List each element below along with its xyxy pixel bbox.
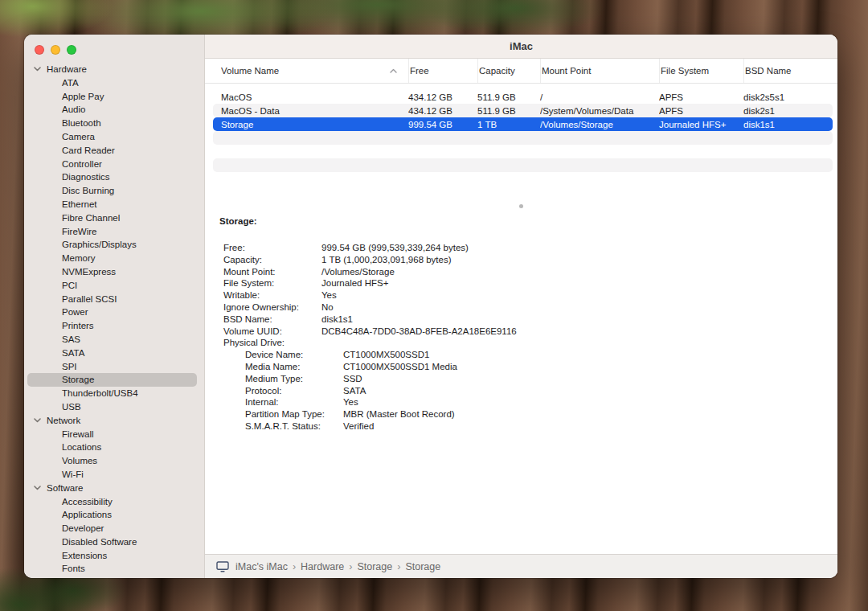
- detail-label: Capacity:: [223, 254, 321, 266]
- column-header-file-system[interactable]: File System: [659, 59, 743, 83]
- sidebar-item-firewire[interactable]: FireWire: [24, 225, 204, 239]
- detail-label: Free:: [223, 242, 321, 254]
- detail-field-internal: Internal:Yes: [223, 396, 821, 408]
- table-row-macos[interactable]: MacOS434.12 GB511.9 GB/APFSdisk2s5s1: [213, 90, 833, 104]
- table-row-storage[interactable]: Storage999.54 GB1 TB/Volumes/StorageJour…: [213, 117, 833, 131]
- sidebar-item-power[interactable]: Power: [24, 306, 204, 319]
- sidebar: HardwareATAApple PayAudioBluetoothCamera…: [24, 35, 205, 578]
- breadcrumb: iMac's iMac›Hardware›Storage›Storage: [235, 561, 440, 572]
- zoom-button[interactable]: [67, 45, 76, 55]
- volumes-table-body: MacOS434.12 GB511.9 GB/APFSdisk2s5s1MacO…: [205, 84, 837, 201]
- sidebar-item-frameworks[interactable]: Frameworks: [24, 576, 204, 578]
- column-header-label: File System: [661, 66, 709, 76]
- table-row-macos-data[interactable]: MacOS - Data434.12 GB511.9 GB/System/Vol…: [213, 104, 833, 117]
- detail-label: Ignore Ownership:: [223, 301, 321, 314]
- cell-volume-name: MacOS: [221, 92, 408, 102]
- cell-volume-name: Storage: [221, 120, 408, 129]
- detail-value: No: [321, 302, 334, 312]
- detail-label: File System:: [223, 277, 321, 289]
- minimize-button[interactable]: [51, 45, 60, 55]
- detail-field-free: Free:999.54 GB (999,539,339,264 bytes): [223, 242, 821, 254]
- sidebar-item-locations[interactable]: Locations: [24, 441, 204, 454]
- detail-value: 999.54 GB (999,539,339,264 bytes): [321, 243, 469, 252]
- table-row-empty: [213, 131, 833, 145]
- sidebar-section-software[interactable]: Software: [24, 482, 204, 495]
- sidebar-item-disabled-software[interactable]: Disabled Software: [24, 535, 204, 549]
- sidebar-item-camera[interactable]: Camera: [24, 130, 204, 144]
- detail-value: MBR (Master Boot Record): [343, 409, 455, 419]
- sidebar-section-network[interactable]: Network: [24, 414, 204, 428]
- sidebar-item-sas[interactable]: SAS: [24, 333, 204, 347]
- sidebar-item-pci[interactable]: PCI: [24, 279, 204, 293]
- sidebar-item-volumes[interactable]: Volumes: [24, 454, 204, 468]
- detail-field-physical-drive: Physical Drive:: [223, 337, 821, 349]
- system-information-window: HardwareATAApple PayAudioBluetoothCamera…: [24, 35, 837, 578]
- breadcrumb-separator: ›: [293, 561, 296, 572]
- window-controls: [24, 35, 204, 58]
- detail-value: disk1s1: [321, 314, 353, 324]
- cell-bsd-name: disk2s1: [743, 106, 833, 116]
- breadcrumb-separator: ›: [349, 561, 352, 572]
- breadcrumb-item-hardware-1[interactable]: Hardware: [301, 561, 344, 572]
- breadcrumb-item-storage-2[interactable]: Storage: [357, 561, 392, 572]
- chevron-down-icon: [34, 416, 42, 424]
- sidebar-item-extensions[interactable]: Extensions: [24, 549, 204, 563]
- sidebar-item-fibre-channel[interactable]: Fibre Channel: [24, 211, 204, 225]
- sidebar-item-printers[interactable]: Printers: [24, 319, 204, 333]
- detail-value: 1 TB (1,000,203,091,968 bytes): [321, 255, 452, 264]
- sidebar-item-parallel-scsi[interactable]: Parallel SCSI: [24, 293, 204, 306]
- splitter-handle[interactable]: [205, 201, 837, 211]
- column-header-mount-point[interactable]: Mount Point: [540, 59, 659, 83]
- column-header-label: Free: [410, 66, 429, 76]
- sort-ascending-icon: [390, 68, 397, 73]
- sidebar-item-memory[interactable]: Memory: [24, 252, 204, 265]
- detail-value: Yes: [343, 397, 358, 407]
- sidebar-item-ata[interactable]: ATA: [24, 76, 204, 90]
- detail-label: Device Name:: [245, 349, 343, 361]
- sidebar-item-diagnostics[interactable]: Diagnostics: [24, 170, 204, 184]
- column-header-volume-name[interactable]: Volume Name: [221, 59, 408, 83]
- volumes-table-header: Volume NameFreeCapacityMount PointFile S…: [205, 59, 837, 84]
- cell-file-system: APFS: [659, 106, 743, 116]
- breadcrumb-separator: ›: [397, 561, 400, 572]
- cell-free: 434.12 GB: [408, 106, 477, 116]
- sidebar-item-applications[interactable]: Applications: [24, 508, 204, 522]
- sidebar-item-bluetooth[interactable]: Bluetooth: [24, 117, 204, 130]
- sidebar-item-thunderbolt-usb4[interactable]: Thunderbolt/USB4: [24, 387, 204, 400]
- column-header-free[interactable]: Free: [408, 59, 477, 83]
- sidebar-item-spi[interactable]: SPI: [24, 360, 204, 374]
- sidebar-item-apple-pay[interactable]: Apple Pay: [24, 90, 204, 104]
- sidebar-item-card-reader[interactable]: Card Reader: [24, 144, 204, 158]
- column-header-capacity[interactable]: Capacity: [477, 59, 540, 83]
- details-panel: Storage: Free:999.54 GB (999,539,339,264…: [205, 211, 837, 554]
- cell-free: 434.12 GB: [408, 92, 477, 102]
- close-button[interactable]: [35, 45, 44, 55]
- sidebar-item-disc-burning[interactable]: Disc Burning: [24, 184, 204, 198]
- sidebar-item-nvmexpress[interactable]: NVMExpress: [24, 265, 204, 279]
- detail-value: CT1000MX500SSD1: [343, 350, 429, 359]
- sidebar-item-wi-fi[interactable]: Wi-Fi: [24, 468, 204, 482]
- sidebar-item-audio[interactable]: Audio: [24, 103, 204, 117]
- breadcrumb-item-storage-3[interactable]: Storage: [405, 561, 440, 572]
- sidebar-item-graphics-displays[interactable]: Graphics/Displays: [24, 238, 204, 252]
- sidebar-section-hardware[interactable]: Hardware: [24, 63, 204, 76]
- sidebar-item-firewall[interactable]: Firewall: [24, 428, 204, 441]
- sidebar-item-ethernet[interactable]: Ethernet: [24, 198, 204, 211]
- detail-value: Verified: [343, 421, 374, 431]
- cell-volume-name: MacOS - Data: [221, 106, 408, 116]
- sidebar-item-storage[interactable]: Storage: [27, 373, 197, 387]
- titlebar[interactable]: iMac: [205, 35, 837, 59]
- column-header-bsd-name[interactable]: BSD Name: [743, 59, 837, 83]
- sidebar-item-controller[interactable]: Controller: [24, 158, 204, 171]
- cell-capacity: 1 TB: [477, 120, 540, 129]
- sidebar-item-fonts[interactable]: Fonts: [24, 562, 204, 576]
- sidebar-section-label: Network: [47, 414, 80, 428]
- sidebar-item-sata[interactable]: SATA: [24, 347, 204, 360]
- sidebar-item-usb[interactable]: USB: [24, 400, 204, 414]
- breadcrumb-item-imac-s-imac-0[interactable]: iMac's iMac: [235, 561, 288, 572]
- detail-value: CT1000MX500SSD1 Media: [343, 362, 457, 371]
- sidebar-item-accessibility[interactable]: Accessibility: [24, 495, 204, 509]
- sidebar-item-developer[interactable]: Developer: [24, 522, 204, 535]
- detail-label: Physical Drive:: [223, 337, 321, 349]
- detail-field-media-name: Media Name:CT1000MX500SSD1 Media: [223, 361, 821, 373]
